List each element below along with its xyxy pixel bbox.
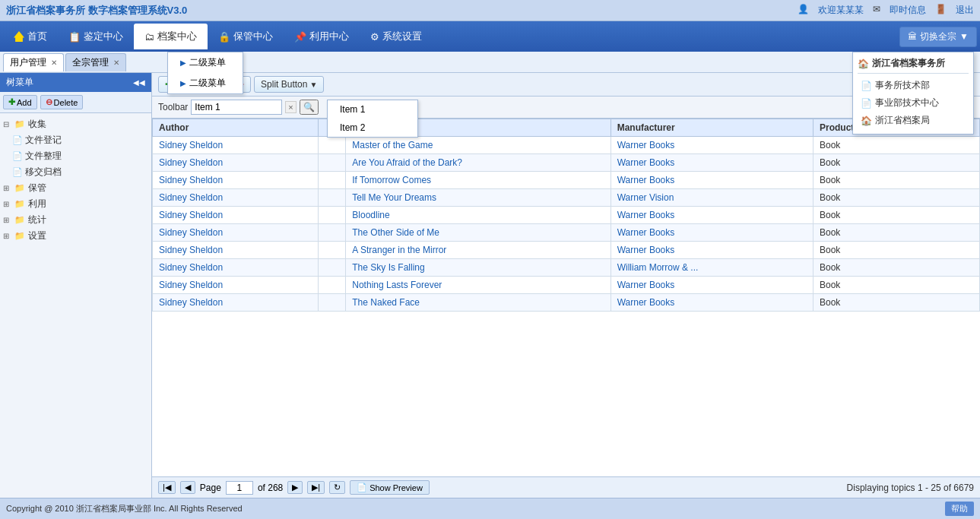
search-go-btn[interactable]: 🔍 (300, 100, 319, 115)
tree-item-stats[interactable]: ⊞ 📁 统计 (3, 212, 148, 228)
tree-item-use[interactable]: ⊞ 📁 利用 (3, 196, 148, 212)
split-btn[interactable]: Split Button ▼ (254, 76, 324, 93)
cell-col2 (318, 224, 346, 242)
tree: ⊟ 📁 收集 📄 文件登记 📄 文件整理 📄 移交归档 (0, 113, 151, 498)
close-tab-all-mgmt[interactable]: ✕ (113, 59, 119, 67)
identify-icon: 📋 (68, 31, 81, 43)
cell-col2 (318, 207, 346, 224)
page-last-btn[interactable]: ▶| (307, 481, 325, 494)
message-link[interactable]: 即时信息 (890, 4, 926, 17)
title-bar: 浙江省档案事务所 数字档案管理系统V3.0 👤 欢迎某某某 ✉ 即时信息 🚪 退… (0, 0, 980, 21)
switch-btn[interactable]: 🏛 切换全宗 ▼ (899, 27, 977, 47)
tree-item-doc-manage[interactable]: 📄 文件整理 (12, 148, 148, 164)
cell-col2 (318, 189, 346, 207)
data-table: Author e Manufacturer Product Group Sidn… (152, 119, 980, 476)
tree-item-doc-register[interactable]: 📄 文件登记 (12, 132, 148, 148)
cell-manufacturer: Warner Books (611, 154, 813, 172)
cell-author: Sidney Sheldon (153, 154, 319, 172)
nav-item-identify[interactable]: 📋 鉴定中心 (58, 24, 134, 49)
doc-icon-3: 📄 (12, 167, 23, 177)
title-right: 👤 欢迎某某某 ✉ 即时信息 🚪 退出 (798, 4, 974, 17)
welcome-link[interactable]: 欢迎某某某 (818, 4, 864, 17)
page-first-btn[interactable]: |◀ (158, 481, 176, 494)
expand-icon-use: ⊞ (3, 200, 12, 208)
page-next-btn[interactable]: ▶ (287, 481, 303, 494)
sidebar-add-btn[interactable]: ✚ Add (3, 95, 37, 109)
cell-group: Book (813, 294, 980, 312)
right-panel-item-2[interactable]: 📄 事业部技术中心 (858, 94, 969, 112)
tree-item-settings[interactable]: ⊞ 📁 设置 (3, 228, 148, 244)
doc-icon-panel-1: 📄 (861, 81, 872, 91)
nav-dropdown-item-1[interactable]: ▶ 二级菜单 (168, 52, 243, 73)
doc-icon-panel-2: 📄 (861, 98, 872, 109)
cell-author: Sidney Sheldon (153, 294, 319, 312)
preview-btn[interactable]: 📄 Show Preview (350, 480, 430, 495)
right-panel: 🏠 浙江省档案事务所 📄 事务所技术部 📄 事业部技术中心 🏠 浙江省档案局 (852, 52, 974, 134)
folder-icon-storage: 📁 (14, 183, 25, 193)
cell-group: Book (813, 137, 980, 154)
table-row: Sidney Sheldon Are You Afraid of the Dar… (153, 154, 980, 172)
cell-author: Sidney Sheldon (153, 259, 319, 277)
toolbar-label: Toolbar (158, 102, 188, 112)
search-clear-btn[interactable]: × (285, 101, 296, 113)
home-icon-panel-3: 🏠 (861, 116, 872, 126)
dropdown-item-2[interactable]: Item 2 (328, 119, 417, 137)
exit-icon: 🚪 (935, 4, 947, 17)
cell-title: Bloodline (346, 207, 611, 224)
cell-group: Book (813, 207, 980, 224)
expand-icon-settings: ⊞ (3, 232, 12, 240)
nav-item-storage[interactable]: 🔒 保管中心 (208, 24, 284, 49)
doc-icon-2: 📄 (12, 151, 23, 161)
cell-group: Book (813, 189, 980, 207)
tree-item-collect[interactable]: ⊟ 📁 收集 (3, 116, 148, 132)
close-tab-user-mgmt[interactable]: ✕ (51, 59, 57, 67)
refresh-btn[interactable]: ↻ (329, 481, 345, 494)
tree-item-storage[interactable]: ⊞ 📁 保管 (3, 180, 148, 196)
cell-manufacturer: Warner Books (611, 224, 813, 242)
nav-item-home[interactable]: 首页 (3, 24, 58, 49)
help-btn[interactable]: 帮助 (945, 502, 974, 516)
cell-col2 (318, 154, 346, 172)
arrow-icon-1: ▶ (180, 59, 186, 67)
table-row: Sidney Sheldon A Stranger in the Mirror … (153, 242, 980, 259)
table-row: Sidney Sheldon The Other Side of Me Warn… (153, 224, 980, 242)
cell-author: Sidney Sheldon (153, 207, 319, 224)
user-icon: 👤 (798, 4, 809, 17)
panel-home-icon: 🏠 (858, 59, 869, 69)
nav-item-system[interactable]: ⚙ 系统设置 (360, 24, 433, 49)
cell-title: The Naked Face (346, 294, 611, 312)
use-icon: 📌 (294, 31, 306, 43)
table-body: Sidney Sheldon Master of the Game Warner… (153, 137, 980, 312)
tab-user-mgmt[interactable]: 用户管理 ✕ (3, 53, 64, 71)
table-row: Sidney Sheldon The Sky Is Falling Willia… (153, 259, 980, 277)
sidebar-delete-btn[interactable]: ⊖ Delete (40, 95, 84, 109)
cell-col2 (318, 242, 346, 259)
exit-link[interactable]: 退出 (956, 4, 974, 17)
sidebar-collapse-btn[interactable]: ◀◀ (133, 78, 145, 87)
tree-item-doc-transfer[interactable]: 📄 移交归档 (12, 164, 148, 180)
cell-group: Book (813, 172, 980, 189)
right-panel-item-3[interactable]: 🏠 浙江省档案局 (858, 112, 969, 129)
page-prev-btn[interactable]: ◀ (180, 481, 195, 494)
cell-manufacturer: Warner Books (611, 242, 813, 259)
cell-col2 (318, 172, 346, 189)
tree-group-collect: 📄 文件登记 📄 文件整理 📄 移交归档 (12, 132, 148, 180)
nav-dropdown-item-2[interactable]: ▶ 二级菜单 (168, 73, 243, 93)
folder-icon-stats: 📁 (14, 215, 25, 225)
search-input[interactable] (191, 100, 282, 115)
app-title: 浙江省档案事务所 数字档案管理系统V3.0 (6, 4, 187, 17)
nav-item-use[interactable]: 📌 利用中心 (284, 24, 360, 49)
folder-icon-settings: 📁 (14, 231, 25, 241)
right-panel-item-1[interactable]: 📄 事务所技术部 (858, 77, 969, 94)
pagination-status: Displaying topics 1 - 25 of 6679 (847, 483, 974, 493)
copyright-text: Copyright @ 2010 浙江省档案局事业部 Inc. All Righ… (6, 503, 243, 514)
page-input[interactable] (226, 481, 253, 495)
dropdown-item-1[interactable]: Item 1 (328, 100, 417, 119)
page-of-label: of 268 (258, 483, 283, 493)
expand-icon-storage: ⊞ (3, 184, 12, 192)
nav-item-archive[interactable]: 🗂 档案中心 (134, 24, 208, 49)
search-icon: 🔍 (303, 102, 315, 112)
expand-icon-stats: ⊞ (3, 216, 12, 224)
tab-all-mgmt[interactable]: 全宗管理 ✕ (65, 53, 126, 71)
cell-manufacturer: Warner Books (611, 172, 813, 189)
